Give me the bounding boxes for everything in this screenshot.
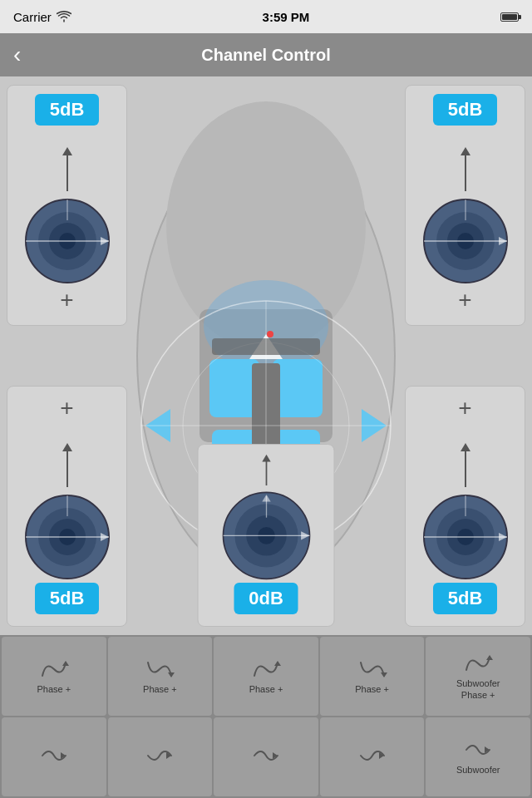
phase-label-tl: Phase + — [37, 684, 71, 695]
phase-label-tc: Phase + — [249, 684, 283, 695]
phase-label-br: Phase + — [355, 684, 389, 695]
back-button[interactable]: ‹ — [13, 43, 21, 66]
battery-icon — [500, 12, 519, 22]
phase-label-tr: Phase + — [143, 684, 177, 695]
phase2-btn-tl[interactable] — [2, 717, 106, 796]
speaker-icon-tr[interactable] — [420, 195, 511, 287]
svg-marker-69 — [486, 655, 493, 660]
plus-tl: + — [60, 287, 73, 313]
speaker-icon-tl[interactable] — [22, 195, 113, 287]
subwoofer-phase-label: SubwooferPhase + — [456, 678, 500, 700]
svg-marker-29 — [461, 147, 470, 155]
panel-top-right: 5dB + — [405, 85, 525, 326]
phase-icon-tl — [39, 658, 69, 681]
up-arrow-bc — [258, 453, 274, 489]
svg-marker-38 — [62, 443, 72, 451]
bottom-center-db[interactable]: 0dB — [234, 583, 298, 614]
phase2-btn-br[interactable] — [320, 717, 425, 796]
svg-point-16 — [267, 331, 273, 337]
nav-bar: ‹ Channel Control — [0, 33, 532, 76]
phase2-icon-tl — [39, 744, 69, 767]
phase2-icon-br — [357, 744, 387, 767]
up-arrow-right — [457, 145, 474, 195]
plus-bl: + — [60, 395, 73, 421]
speaker-icon-bl[interactable] — [22, 491, 113, 583]
phase-btn-tl[interactable]: Phase + — [2, 637, 106, 716]
page-title: Channel Control — [201, 46, 331, 65]
status-time: 3:59 PM — [263, 10, 310, 24]
svg-marker-20 — [62, 147, 72, 155]
up-arrow-bl — [59, 441, 76, 491]
status-left: Carrier — [13, 10, 71, 24]
phase-icon-br — [357, 658, 387, 681]
phase2-btn-tc[interactable] — [214, 717, 318, 796]
phase-icon-tr — [145, 658, 175, 681]
bottom-right-db[interactable]: 5dB — [433, 583, 498, 614]
plus-br: + — [458, 395, 471, 421]
plus-tr: + — [458, 287, 471, 313]
subwoofer-phase-btn[interactable]: SubwooferPhase + — [426, 637, 530, 716]
up-arrow-brp — [457, 441, 474, 491]
subwoofer-btn[interactable]: Subwoofer — [426, 717, 530, 796]
speaker-icon-br[interactable] — [420, 491, 511, 583]
subwoofer-icon — [463, 738, 493, 761]
svg-marker-68 — [381, 672, 387, 677]
carrier-label: Carrier — [13, 10, 52, 24]
top-right-db[interactable]: 5dB — [433, 94, 498, 126]
phase2-btn-tr[interactable] — [108, 717, 213, 796]
phase-btn-br[interactable]: Phase + — [320, 637, 425, 716]
status-bar: Carrier 3:59 PM — [0, 0, 532, 33]
bottom-left-db[interactable]: 5dB — [35, 583, 100, 614]
phase-icon-tc — [251, 658, 281, 681]
status-right — [500, 12, 519, 22]
main-content: 5dB + 5dB — [0, 76, 532, 635]
speaker-icon-bc[interactable] — [212, 489, 320, 583]
phase-btn-tr[interactable]: Phase + — [108, 637, 213, 716]
svg-marker-47 — [262, 455, 270, 462]
panel-bottom-right: + 5dB — [405, 386, 525, 627]
bottom-controls: Phase + Phase + Phase + Phase + — [0, 635, 532, 798]
panel-top-left: 5dB + — [7, 85, 127, 326]
panel-bottom-center: 0dB — [198, 444, 335, 627]
phase2-icon-tr — [145, 744, 175, 767]
svg-marker-66 — [168, 672, 175, 677]
wifi-icon — [57, 11, 71, 22]
subwoofer-label: Subwoofer — [456, 765, 500, 776]
panel-bottom-left: + 5dB — [7, 386, 127, 627]
phase2-icon-tc — [251, 744, 281, 767]
svg-marker-65 — [62, 661, 69, 666]
svg-marker-57 — [461, 443, 470, 451]
up-arrow-left — [59, 145, 76, 195]
subwoofer-phase-icon — [463, 652, 493, 675]
phase-btn-tc[interactable]: Phase + — [214, 637, 318, 716]
top-left-db[interactable]: 5dB — [35, 94, 100, 126]
svg-marker-67 — [274, 661, 281, 666]
